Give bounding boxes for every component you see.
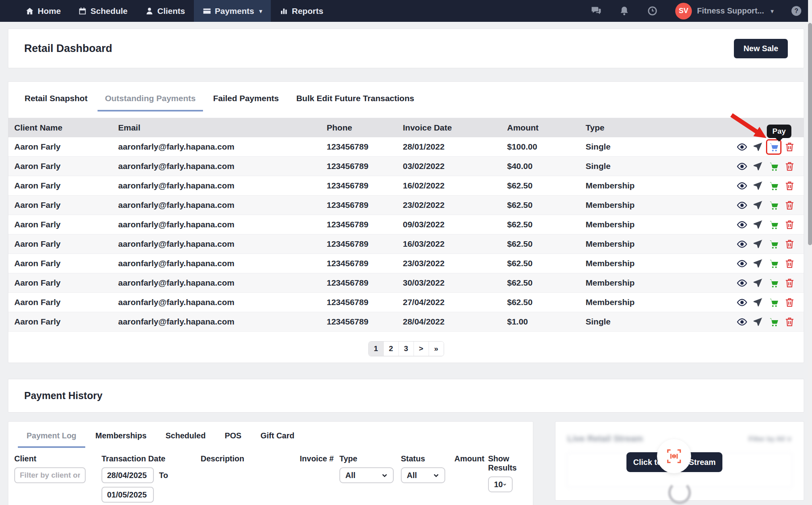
nav-item-clients[interactable]: Clients xyxy=(136,0,194,22)
nav-item-reports[interactable]: Reports xyxy=(271,0,332,22)
tab-failed-payments[interactable]: Failed Payments xyxy=(205,90,286,111)
delete-trash-icon[interactable] xyxy=(784,258,795,269)
delete-trash-icon[interactable] xyxy=(784,297,795,308)
scrollbar-track[interactable] xyxy=(808,0,812,505)
view-eye-icon[interactable] xyxy=(737,278,747,288)
view-eye-icon[interactable] xyxy=(737,297,747,308)
view-eye-icon[interactable] xyxy=(737,200,747,211)
delete-trash-icon[interactable] xyxy=(784,239,795,250)
cell-client: Aaron Farly xyxy=(14,161,118,171)
loading-spinner xyxy=(668,481,691,504)
table-row: Aaron Farlyaaronfarly@farly.hapana.com12… xyxy=(8,137,804,157)
send-plane-icon[interactable] xyxy=(753,317,763,327)
status-select[interactable]: All xyxy=(401,467,445,483)
cell-email: aaronfarly@farly.hapana.com xyxy=(118,181,327,190)
tab-pos[interactable]: POS xyxy=(216,428,250,448)
send-plane-icon[interactable] xyxy=(753,219,763,230)
pay-cart-icon[interactable] xyxy=(768,200,779,211)
view-eye-icon[interactable] xyxy=(737,239,747,250)
pay-cart-icon[interactable] xyxy=(768,219,779,230)
tab-scheduled[interactable]: Scheduled xyxy=(157,428,214,448)
view-eye-icon[interactable] xyxy=(737,180,747,191)
delete-trash-icon[interactable] xyxy=(784,278,795,288)
table-header: Client Name Email Phone Invoice Date Amo… xyxy=(8,118,804,137)
cell-phone: 123456789 xyxy=(327,278,403,288)
cell-amount: $1.00 xyxy=(507,317,586,326)
retail-tabs: Retail SnapshotOutstanding PaymentsFaile… xyxy=(8,90,804,111)
new-sale-button[interactable]: New Sale xyxy=(734,39,788,58)
date-to-input[interactable]: 01/05/2025 xyxy=(102,487,154,503)
row-actions xyxy=(736,239,804,250)
table-row: Aaron Farlyaaronfarly@farly.hapana.com12… xyxy=(8,215,804,234)
delete-trash-icon[interactable] xyxy=(784,219,795,230)
delete-trash-icon[interactable] xyxy=(784,200,795,211)
tab-outstanding-payments[interactable]: Outstanding Payments xyxy=(98,90,203,111)
send-plane-icon[interactable] xyxy=(753,278,763,288)
type-select[interactable]: All xyxy=(339,467,394,483)
tab-bulk-edit-future-transactions[interactable]: Bulk Edit Future Transactions xyxy=(289,90,422,111)
nav-item-home[interactable]: Home xyxy=(17,0,69,22)
calendar-icon xyxy=(78,7,87,15)
svg-text:?: ? xyxy=(795,8,799,14)
view-eye-icon[interactable] xyxy=(737,161,747,172)
delete-trash-icon[interactable] xyxy=(784,142,795,152)
tab-gift-card[interactable]: Gift Card xyxy=(252,428,303,448)
pay-cart-icon[interactable] xyxy=(768,297,779,308)
send-plane-icon[interactable] xyxy=(753,297,763,308)
barcode-scan-button[interactable] xyxy=(657,439,691,473)
chevron-down-icon xyxy=(433,472,439,478)
pay-cart-icon[interactable] xyxy=(768,180,779,191)
cell-type: Single xyxy=(586,142,736,152)
tab-payment-log[interactable]: Payment Log xyxy=(18,428,85,448)
pagination-button->[interactable]: > xyxy=(414,342,429,356)
send-plane-icon[interactable] xyxy=(753,239,763,250)
row-actions xyxy=(736,258,804,269)
nav-item-payments[interactable]: Payments ▾ xyxy=(194,0,271,22)
pagination-button-»[interactable]: » xyxy=(429,342,444,356)
user-menu[interactable]: SV Fitness Support... ▾ xyxy=(675,3,774,19)
pagination-button-3[interactable]: 3 xyxy=(399,342,414,356)
pay-cart-icon[interactable] xyxy=(768,317,779,327)
stream-filter[interactable]: Filter by All ∨ xyxy=(749,435,792,443)
view-eye-icon[interactable] xyxy=(737,219,747,230)
send-plane-icon[interactable] xyxy=(753,142,763,152)
show-results-select[interactable]: 10 xyxy=(488,476,513,492)
pagination-button-2[interactable]: 2 xyxy=(384,342,399,356)
view-eye-icon[interactable] xyxy=(737,142,747,152)
cell-type: Membership xyxy=(586,239,736,249)
stream-title: Live Retail Stream xyxy=(567,434,643,444)
delete-trash-icon[interactable] xyxy=(784,161,795,172)
send-plane-icon[interactable] xyxy=(753,200,763,211)
bell-icon[interactable] xyxy=(619,6,630,16)
nav-item-schedule[interactable]: Schedule xyxy=(69,0,136,22)
tab-retail-snapshot[interactable]: Retail Snapshot xyxy=(17,90,95,111)
help-icon[interactable]: ? xyxy=(791,6,802,16)
page: Home Schedule Clients Payments ▾ Reports xyxy=(0,0,812,505)
col-email: Email xyxy=(118,123,327,132)
pay-cart-icon[interactable] xyxy=(768,239,779,250)
pagination-button-1[interactable]: 1 xyxy=(369,342,384,356)
date-from-input[interactable]: 28/04/2025 xyxy=(102,467,154,483)
scrollbar-thumb[interactable] xyxy=(808,23,812,245)
pay-cart-icon[interactable] xyxy=(768,258,779,269)
bottom-section: Payment LogMembershipsScheduledPOSGift C… xyxy=(8,421,804,505)
view-eye-icon[interactable] xyxy=(737,317,747,327)
client-filter-input[interactable] xyxy=(14,467,86,483)
delete-trash-icon[interactable] xyxy=(784,180,795,191)
avatar[interactable]: SV xyxy=(675,3,692,19)
send-plane-icon[interactable] xyxy=(753,180,763,191)
clock-icon[interactable] xyxy=(647,6,658,16)
row-actions xyxy=(736,219,804,230)
top-nav: Home Schedule Clients Payments ▾ Reports xyxy=(0,0,812,22)
pay-cart-icon[interactable] xyxy=(768,278,779,288)
status-filter-label: Status xyxy=(401,454,454,463)
delete-trash-icon[interactable] xyxy=(784,317,795,327)
tab-memberships[interactable]: Memberships xyxy=(87,428,155,448)
chat-icon[interactable] xyxy=(591,6,601,16)
send-plane-icon[interactable] xyxy=(753,258,763,269)
send-plane-icon[interactable] xyxy=(753,161,763,172)
home-icon xyxy=(25,7,34,15)
pay-cart-icon[interactable] xyxy=(768,161,779,172)
view-eye-icon[interactable] xyxy=(737,258,747,269)
cell-email: aaronfarly@farly.hapana.com xyxy=(118,200,327,210)
